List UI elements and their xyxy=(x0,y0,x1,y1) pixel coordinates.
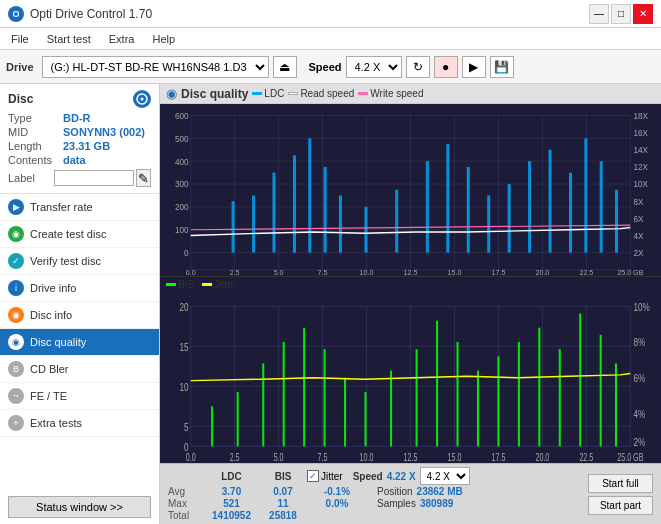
drive-select[interactable]: (G:) HL-DT-ST BD-RE WH16NS48 1.D3 xyxy=(42,56,269,78)
svg-rect-58 xyxy=(426,161,429,252)
max-jitter: 0.0% xyxy=(307,498,367,509)
svg-rect-64 xyxy=(549,150,552,253)
maximize-button[interactable]: □ xyxy=(611,4,631,24)
svg-text:10.0: 10.0 xyxy=(360,451,374,463)
svg-rect-120 xyxy=(497,356,499,446)
svg-point-1 xyxy=(141,98,144,101)
play-button[interactable]: ▶ xyxy=(462,56,486,78)
svg-rect-55 xyxy=(339,195,342,252)
speed-select[interactable]: 4.2 X xyxy=(346,56,402,78)
svg-text:20.0: 20.0 xyxy=(535,268,549,275)
svg-rect-110 xyxy=(283,342,285,446)
record-button[interactable]: ● xyxy=(434,56,458,78)
samples-value: 380989 xyxy=(420,498,453,509)
label-input[interactable] xyxy=(54,170,134,186)
mid-value: SONYNN3 (002) xyxy=(63,126,145,138)
svg-text:15.0: 15.0 xyxy=(448,451,462,463)
legend-jitter: Jitter xyxy=(202,279,236,290)
avg-jitter: -0.1% xyxy=(307,486,367,497)
close-button[interactable]: ✕ xyxy=(633,4,653,24)
menu-file[interactable]: File xyxy=(8,32,32,46)
nav-fe-te[interactable]: ~ FE / TE xyxy=(0,383,159,410)
svg-rect-50 xyxy=(252,195,255,252)
total-row: Total 1410952 25818 xyxy=(168,510,470,521)
legend-read-speed-label: Read speed xyxy=(300,88,354,99)
save-button[interactable]: 💾 xyxy=(490,56,514,78)
svg-text:2.5: 2.5 xyxy=(230,268,240,275)
max-bis: 11 xyxy=(263,498,303,509)
mid-label: MID xyxy=(8,126,63,138)
status-window-button[interactable]: Status window >> xyxy=(8,496,151,518)
start-part-button[interactable]: Start part xyxy=(588,496,653,515)
samples-label: Samples xyxy=(377,498,416,509)
nav-disc-info[interactable]: ◉ Disc info xyxy=(0,302,159,329)
nav-create-test-disc[interactable]: ◉ Create test disc xyxy=(0,221,159,248)
svg-rect-66 xyxy=(584,138,587,252)
nav-transfer-rate[interactable]: ▶ Transfer rate xyxy=(0,194,159,221)
toolbar: Drive (G:) HL-DT-ST BD-RE WH16NS48 1.D3 … xyxy=(0,50,661,84)
menu-extra[interactable]: Extra xyxy=(106,32,138,46)
contents-value: data xyxy=(63,154,86,166)
svg-rect-123 xyxy=(559,349,561,446)
menu-help[interactable]: Help xyxy=(149,32,178,46)
speed-select-stats[interactable]: 4.2 X xyxy=(420,467,470,485)
svg-text:8%: 8% xyxy=(633,335,645,348)
svg-text:0.0: 0.0 xyxy=(186,268,196,275)
svg-text:20.0: 20.0 xyxy=(535,451,549,463)
start-full-button[interactable]: Start full xyxy=(588,474,653,493)
svg-rect-114 xyxy=(364,392,366,446)
legend-write-speed: Write speed xyxy=(358,88,423,99)
extra-tests-icon: + xyxy=(8,415,24,431)
type-value: BD-R xyxy=(63,112,91,124)
legend-bis: BIS xyxy=(166,279,194,290)
ldc-col-header: LDC xyxy=(204,471,259,482)
nav-cd-bler[interactable]: B CD Bler xyxy=(0,356,159,383)
disc-section: Disc Type BD-R MID SONYNN3 (002) Length … xyxy=(0,84,159,194)
bottom-chart-svg: 20 15 10 5 0 10% 8% 6% 4% 2% 0.0 2.5 5.0… xyxy=(160,292,661,464)
menu-start-test[interactable]: Start test xyxy=(44,32,94,46)
jitter-checkbox[interactable]: ✓ Jitter xyxy=(307,470,343,482)
svg-rect-53 xyxy=(308,138,311,252)
transfer-rate-label: Transfer rate xyxy=(30,201,93,213)
verify-test-disc-icon: ✓ xyxy=(8,253,24,269)
svg-rect-63 xyxy=(528,161,531,252)
app-icon: O xyxy=(8,6,24,22)
svg-text:4X: 4X xyxy=(633,230,643,241)
speed-label: Speed xyxy=(309,61,342,73)
svg-rect-61 xyxy=(487,195,490,252)
legend-ldc: LDC xyxy=(252,88,284,99)
nav-extra-tests[interactable]: + Extra tests xyxy=(0,410,159,437)
nav-verify-test-disc[interactable]: ✓ Verify test disc xyxy=(0,248,159,275)
svg-text:2%: 2% xyxy=(633,435,645,448)
nav-disc-quality[interactable]: ◉ Disc quality xyxy=(0,329,159,356)
svg-text:0.0: 0.0 xyxy=(186,451,196,463)
drive-info-icon: i xyxy=(8,280,24,296)
legend-read-speed: Read speed xyxy=(288,88,354,99)
avg-label: Avg xyxy=(168,486,200,497)
bis-col-header: BIS xyxy=(263,471,303,482)
svg-rect-57 xyxy=(395,190,398,253)
svg-rect-109 xyxy=(262,363,264,446)
cd-bler-icon: B xyxy=(8,361,24,377)
svg-text:0: 0 xyxy=(184,248,189,259)
right-panel: ◉ Disc quality LDC Read speed Write spee… xyxy=(160,84,661,524)
transfer-rate-icon: ▶ xyxy=(8,199,24,215)
extra-tests-label: Extra tests xyxy=(30,417,82,429)
disc-info-label: Disc info xyxy=(30,309,72,321)
refresh-button[interactable]: ↻ xyxy=(406,56,430,78)
jitter-check-icon: ✓ xyxy=(307,470,319,482)
svg-text:8X: 8X xyxy=(633,196,643,207)
nav-drive-info[interactable]: i Drive info xyxy=(0,275,159,302)
drive-label: Drive xyxy=(6,61,34,73)
eject-button[interactable]: ⏏ xyxy=(273,56,297,78)
svg-text:600: 600 xyxy=(175,110,189,121)
minimize-button[interactable]: — xyxy=(589,4,609,24)
nav-items: ▶ Transfer rate ◉ Create test disc ✓ Ver… xyxy=(0,194,159,437)
svg-rect-116 xyxy=(416,349,418,446)
chart-title: Disc quality xyxy=(181,87,248,101)
svg-rect-52 xyxy=(293,155,296,252)
svg-text:12.5: 12.5 xyxy=(404,268,418,275)
length-value: 23.31 GB xyxy=(63,140,110,152)
label-button[interactable]: ✎ xyxy=(136,169,151,187)
legend-jitter-label: Jitter xyxy=(214,279,236,290)
